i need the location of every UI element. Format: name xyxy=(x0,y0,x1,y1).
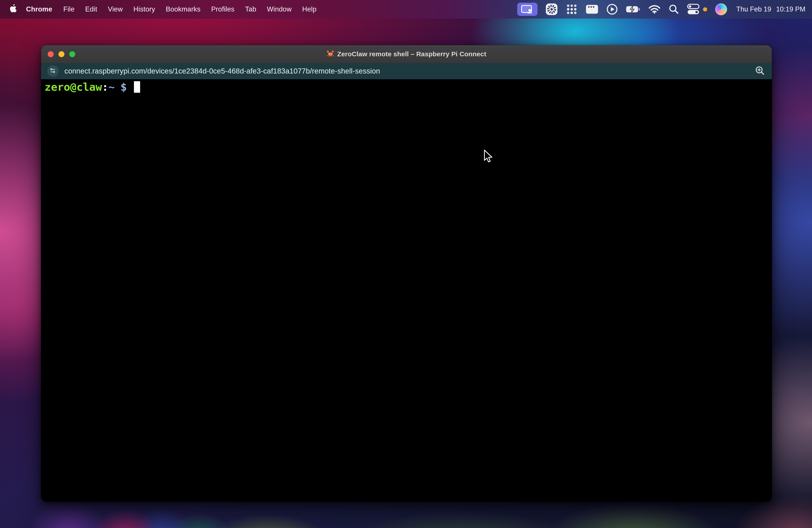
menu-item-view[interactable]: View xyxy=(103,5,128,13)
minimize-button[interactable] xyxy=(58,51,64,57)
mouse-pointer xyxy=(484,149,493,164)
close-button[interactable] xyxy=(48,51,54,57)
recording-indicator-dot xyxy=(703,7,707,12)
clock-date: Thu Feb 19 xyxy=(736,5,771,13)
menu-bar-left: Chrome File Edit View History Bookmarks … xyxy=(10,5,322,14)
terminal[interactable]: zero@claw:~$ xyxy=(41,79,772,501)
menu-item-file[interactable]: File xyxy=(58,5,80,13)
spotlight-search-icon[interactable] xyxy=(669,4,679,15)
menu-item-help[interactable]: Help xyxy=(297,5,322,13)
menu-items: File Edit View History Bookmarks Profile… xyxy=(58,5,322,13)
tune-icon xyxy=(49,68,57,75)
app-grid-icon[interactable] xyxy=(566,3,578,15)
siri-icon[interactable] xyxy=(715,3,727,15)
menu-item-tab[interactable]: Tab xyxy=(240,5,262,13)
display-toggles-group xyxy=(687,4,707,15)
screen-mirroring-button[interactable] xyxy=(517,3,537,16)
window-titlebar[interactable]: ZeroClaw remote shell – Raspberry Pi Con… xyxy=(41,45,772,63)
prompt-dollar: $ xyxy=(120,81,127,94)
browser-window: ZeroClaw remote shell – Raspberry Pi Con… xyxy=(41,45,772,501)
window-switcher-icon[interactable] xyxy=(585,4,598,14)
menu-item-profiles[interactable]: Profiles xyxy=(206,5,240,13)
menu-item-window[interactable]: Window xyxy=(262,5,297,13)
play-icon[interactable] xyxy=(606,3,618,15)
prompt-path: ~ xyxy=(108,81,115,94)
wifi-icon[interactable] xyxy=(648,5,661,14)
menu-bar: Chrome File Edit View History Bookmarks … xyxy=(0,0,812,18)
prompt-user-host: zero@claw xyxy=(45,81,102,94)
zoom-button[interactable] xyxy=(69,51,75,57)
menu-item-bookmarks[interactable]: Bookmarks xyxy=(160,5,206,13)
apple-menu[interactable] xyxy=(10,5,17,14)
url-text[interactable]: connect.raspberrypi.com/devices/1ce2384d… xyxy=(64,67,380,75)
menu-bar-clock[interactable]: Thu Feb 19 10:19 PM xyxy=(736,5,806,13)
menu-bar-status: Thu Feb 19 10:19 PM xyxy=(517,3,806,16)
apple-logo-icon xyxy=(10,4,17,15)
traffic-lights xyxy=(48,45,75,63)
window-title-text: ZeroClaw remote shell – Raspberry Pi Con… xyxy=(337,50,486,58)
settings-icon[interactable] xyxy=(546,3,558,15)
window-title: ZeroClaw remote shell – Raspberry Pi Con… xyxy=(327,50,486,58)
menu-item-edit[interactable]: Edit xyxy=(80,5,103,13)
address-bar[interactable]: connect.raspberrypi.com/devices/1ce2384d… xyxy=(41,63,772,79)
clock-time: 10:19 PM xyxy=(776,5,806,13)
menu-item-history[interactable]: History xyxy=(128,5,161,13)
app-menu-chrome[interactable]: Chrome xyxy=(26,5,52,13)
terminal-prompt: zero@claw:~$ xyxy=(45,81,772,94)
crab-emoji-icon xyxy=(327,50,334,58)
site-settings-button[interactable] xyxy=(47,65,59,77)
prompt-colon: : xyxy=(102,81,108,94)
battery-charging-icon[interactable] xyxy=(626,5,640,13)
screen-mirroring-icon xyxy=(521,5,534,14)
zoom-in-button[interactable] xyxy=(754,65,766,77)
display-toggles-icon[interactable] xyxy=(687,4,699,15)
terminal-cursor xyxy=(134,81,140,93)
zoom-in-icon xyxy=(755,66,765,76)
